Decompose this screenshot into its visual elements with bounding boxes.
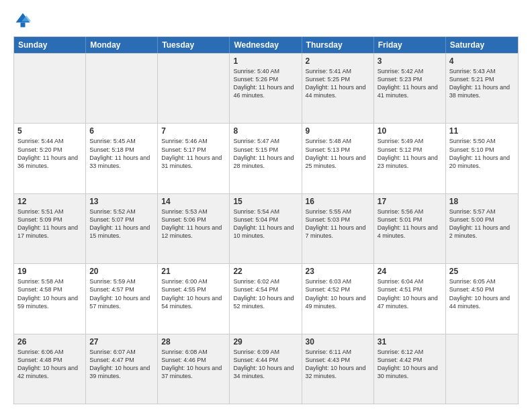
calendar-cell: 6Sunrise: 5:45 AM Sunset: 5:18 PM Daylig…	[86, 124, 158, 193]
calendar-cell: 7Sunrise: 5:46 AM Sunset: 5:17 PM Daylig…	[158, 124, 230, 193]
header-day-friday: Friday	[374, 37, 446, 53]
cell-info: Sunrise: 5:47 AM Sunset: 5:15 PM Dayligh…	[233, 137, 298, 170]
day-number: 25	[449, 267, 515, 276]
cell-info: Sunrise: 5:44 AM Sunset: 5:20 PM Dayligh…	[17, 137, 82, 170]
day-number: 1	[233, 56, 298, 66]
day-number: 30	[306, 337, 370, 347]
header-day-saturday: Saturday	[446, 37, 518, 53]
cell-info: Sunrise: 6:11 AM Sunset: 4:43 PM Dayligh…	[306, 348, 370, 381]
calendar-cell: 25Sunrise: 6:05 AM Sunset: 4:50 PM Dayli…	[446, 264, 518, 333]
calendar-cell: 21Sunrise: 6:00 AM Sunset: 4:55 PM Dayli…	[158, 264, 230, 333]
cell-info: Sunrise: 6:03 AM Sunset: 4:52 PM Dayligh…	[306, 277, 370, 310]
cell-info: Sunrise: 5:46 AM Sunset: 5:17 PM Dayligh…	[161, 137, 226, 170]
calendar-cell: 28Sunrise: 6:08 AM Sunset: 4:46 PM Dayli…	[158, 334, 230, 404]
day-number: 20	[89, 267, 154, 276]
calendar-cell: 13Sunrise: 5:52 AM Sunset: 5:07 PM Dayli…	[86, 194, 158, 263]
calendar-cell: 11Sunrise: 5:50 AM Sunset: 5:10 PM Dayli…	[446, 124, 518, 193]
day-number: 5	[17, 126, 82, 136]
day-number: 17	[378, 197, 442, 206]
logo-icon	[13, 11, 32, 30]
cell-info: Sunrise: 5:55 AM Sunset: 5:03 PM Dayligh…	[306, 208, 370, 240]
day-number: 4	[449, 56, 515, 66]
day-number: 12	[17, 197, 82, 206]
day-number: 31	[378, 337, 442, 347]
calendar-cell: 31Sunrise: 6:12 AM Sunset: 4:42 PM Dayli…	[374, 334, 446, 404]
cell-info: Sunrise: 6:07 AM Sunset: 4:47 PM Dayligh…	[89, 348, 154, 381]
calendar-row-5: 26Sunrise: 6:06 AM Sunset: 4:48 PM Dayli…	[14, 334, 518, 404]
calendar-header: SundayMondayTuesdayWednesdayThursdayFrid…	[14, 37, 518, 53]
cell-info: Sunrise: 6:06 AM Sunset: 4:48 PM Dayligh…	[17, 348, 82, 381]
calendar: SundayMondayTuesdayWednesdayThursdayFrid…	[13, 36, 519, 404]
calendar-row-4: 19Sunrise: 5:58 AM Sunset: 4:58 PM Dayli…	[14, 263, 518, 333]
calendar-cell: 14Sunrise: 5:53 AM Sunset: 5:06 PM Dayli…	[158, 194, 230, 263]
calendar-cell: 30Sunrise: 6:11 AM Sunset: 4:43 PM Dayli…	[302, 334, 374, 404]
calendar-cell	[86, 54, 158, 123]
calendar-cell: 20Sunrise: 5:59 AM Sunset: 4:57 PM Dayli…	[86, 264, 158, 333]
cell-info: Sunrise: 6:05 AM Sunset: 4:50 PM Dayligh…	[449, 277, 515, 310]
day-number: 6	[89, 126, 154, 136]
calendar-cell: 8Sunrise: 5:47 AM Sunset: 5:15 PM Daylig…	[230, 124, 302, 193]
cell-info: Sunrise: 5:53 AM Sunset: 5:06 PM Dayligh…	[161, 208, 226, 240]
calendar-cell: 10Sunrise: 5:49 AM Sunset: 5:12 PM Dayli…	[374, 124, 446, 193]
calendar-cell: 19Sunrise: 5:58 AM Sunset: 4:58 PM Dayli…	[14, 264, 86, 333]
day-number: 3	[378, 56, 442, 66]
calendar-row-3: 12Sunrise: 5:51 AM Sunset: 5:09 PM Dayli…	[14, 193, 518, 263]
day-number: 26	[17, 337, 82, 347]
day-number: 14	[161, 197, 226, 206]
calendar-cell: 16Sunrise: 5:55 AM Sunset: 5:03 PM Dayli…	[302, 194, 374, 263]
day-number: 19	[17, 267, 82, 276]
calendar-cell: 29Sunrise: 6:09 AM Sunset: 4:44 PM Dayli…	[230, 334, 302, 404]
day-number: 13	[89, 197, 154, 206]
calendar-row-1: 1Sunrise: 5:40 AM Sunset: 5:26 PM Daylig…	[14, 53, 518, 123]
day-number: 9	[306, 126, 370, 136]
calendar-cell: 12Sunrise: 5:51 AM Sunset: 5:09 PM Dayli…	[14, 194, 86, 263]
calendar-cell	[158, 54, 230, 123]
cell-info: Sunrise: 6:08 AM Sunset: 4:46 PM Dayligh…	[161, 348, 226, 381]
calendar-cell: 1Sunrise: 5:40 AM Sunset: 5:26 PM Daylig…	[230, 54, 302, 123]
header-day-thursday: Thursday	[302, 37, 374, 53]
day-number: 15	[233, 197, 298, 206]
calendar-cell: 9Sunrise: 5:48 AM Sunset: 5:13 PM Daylig…	[302, 124, 374, 193]
calendar-cell: 23Sunrise: 6:03 AM Sunset: 4:52 PM Dayli…	[302, 264, 374, 333]
calendar-cell: 2Sunrise: 5:41 AM Sunset: 5:25 PM Daylig…	[302, 54, 374, 123]
cell-info: Sunrise: 6:02 AM Sunset: 4:54 PM Dayligh…	[233, 277, 298, 310]
day-number: 10	[378, 126, 442, 136]
header-day-monday: Monday	[86, 37, 158, 53]
calendar-cell: 22Sunrise: 6:02 AM Sunset: 4:54 PM Dayli…	[230, 264, 302, 333]
cell-info: Sunrise: 6:09 AM Sunset: 4:44 PM Dayligh…	[233, 348, 298, 381]
calendar-cell: 4Sunrise: 5:43 AM Sunset: 5:21 PM Daylig…	[446, 54, 518, 123]
day-number: 23	[306, 267, 370, 276]
calendar-page: SundayMondayTuesdayWednesdayThursdayFrid…	[0, 0, 532, 411]
calendar-cell: 18Sunrise: 5:57 AM Sunset: 5:00 PM Dayli…	[446, 194, 518, 263]
cell-info: Sunrise: 5:48 AM Sunset: 5:13 PM Dayligh…	[306, 137, 370, 170]
cell-info: Sunrise: 5:54 AM Sunset: 5:04 PM Dayligh…	[233, 208, 298, 240]
calendar-cell: 15Sunrise: 5:54 AM Sunset: 5:04 PM Dayli…	[230, 194, 302, 263]
cell-info: Sunrise: 6:00 AM Sunset: 4:55 PM Dayligh…	[161, 277, 226, 310]
header-day-tuesday: Tuesday	[158, 37, 230, 53]
cell-info: Sunrise: 6:12 AM Sunset: 4:42 PM Dayligh…	[378, 348, 442, 381]
calendar-cell: 3Sunrise: 5:42 AM Sunset: 5:23 PM Daylig…	[374, 54, 446, 123]
calendar-body: 1Sunrise: 5:40 AM Sunset: 5:26 PM Daylig…	[14, 53, 518, 404]
calendar-cell: 17Sunrise: 5:56 AM Sunset: 5:01 PM Dayli…	[374, 194, 446, 263]
cell-info: Sunrise: 5:42 AM Sunset: 5:23 PM Dayligh…	[378, 67, 442, 100]
calendar-cell: 5Sunrise: 5:44 AM Sunset: 5:20 PM Daylig…	[14, 124, 86, 193]
cell-info: Sunrise: 5:58 AM Sunset: 4:58 PM Dayligh…	[17, 277, 82, 310]
page-header	[13, 11, 519, 30]
day-number: 11	[449, 126, 515, 136]
day-number: 7	[161, 126, 226, 136]
day-number: 8	[233, 126, 298, 136]
day-number: 2	[306, 56, 370, 66]
day-number: 29	[233, 337, 298, 347]
svg-rect-1	[21, 23, 26, 28]
day-number: 28	[161, 337, 226, 347]
calendar-cell: 27Sunrise: 6:07 AM Sunset: 4:47 PM Dayli…	[86, 334, 158, 404]
day-number: 24	[378, 267, 442, 276]
cell-info: Sunrise: 5:41 AM Sunset: 5:25 PM Dayligh…	[306, 67, 370, 100]
cell-info: Sunrise: 5:45 AM Sunset: 5:18 PM Dayligh…	[89, 137, 154, 170]
cell-info: Sunrise: 5:49 AM Sunset: 5:12 PM Dayligh…	[378, 137, 442, 170]
calendar-cell: 26Sunrise: 6:06 AM Sunset: 4:48 PM Dayli…	[14, 334, 86, 404]
day-number: 27	[89, 337, 154, 347]
logo	[13, 11, 34, 30]
day-number: 22	[233, 267, 298, 276]
day-number: 18	[449, 197, 515, 206]
